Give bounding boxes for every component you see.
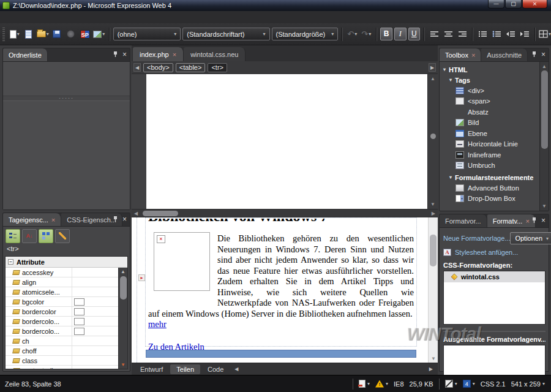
bullet-list-button[interactable] [490,28,503,41]
scrollbar-thumb[interactable] [120,276,127,300]
preview-button[interactable]: ▾ [93,28,105,41]
view-scroll-left[interactable]: ◀ [231,366,242,372]
table-button[interactable]: ▾ [539,28,551,41]
close-icon[interactable]: × [471,52,475,58]
tab-ausschnitte[interactable]: Ausschnitte [481,48,528,61]
align-left-button[interactable] [428,28,440,41]
align-right-button[interactable] [456,28,468,41]
folder-list-body[interactable]: ····· [3,62,130,209]
tab-formatvorlagen-anwenden[interactable]: Formatv...× [487,214,536,227]
attribute-row[interactable]: bgcolor [6,297,127,307]
menu-item[interactable] [91,15,100,19]
tab-index-php[interactable]: index.php× [133,47,184,61]
breadcrumb-tr[interactable]: <tr> [208,63,227,72]
visual-aids-button[interactable]: ▾ [445,380,457,388]
open-document-button[interactable] [23,28,35,41]
italic-button[interactable]: I [394,28,407,40]
new-style-link[interactable]: Neue Formatvorlage... [443,235,510,242]
code-vertical-scrollbar[interactable]: ▲ ▼ [427,74,438,209]
code-horizontal-scrollbar[interactable]: ◀ ▶ [132,209,438,217]
pin-icon[interactable] [531,217,537,224]
attribute-row[interactable]: ch [6,336,127,346]
attribute-value-cell[interactable] [74,328,84,335]
broken-image-placeholder[interactable]: × [154,232,210,291]
tab-toolbox[interactable]: Toolbox× [440,48,481,61]
categorized-view-button[interactable] [6,229,20,243]
breadcrumb-table[interactable]: <table> [176,63,206,72]
attribute-row[interactable]: bordercolo... [6,326,127,336]
pin-icon[interactable] [113,216,118,222]
menu-item[interactable] [71,15,81,19]
minimize-button[interactable]: — [488,0,504,9]
code-editor[interactable] [146,74,427,209]
options-button[interactable]: Optionen▾ [510,232,551,244]
tab-teilen[interactable]: Teilen [170,364,200,374]
toolbox-item[interactable]: <span> [455,96,539,107]
toolbox-item[interactable]: Horizontale Linie [455,139,539,150]
numbered-list-button[interactable] [476,28,489,41]
page-heading[interactable]: Bibliotheken von Windows 7 [148,219,414,227]
attribute-scrollbar[interactable]: ▲ ▼ [118,268,127,369]
page-status-button[interactable]: ▾ [359,380,370,388]
close-icon[interactable]: × [51,217,55,223]
menu-item[interactable] [110,15,120,19]
toolbox-item[interactable]: Bild [455,118,539,129]
scrollbar-thumb[interactable] [430,134,436,139]
tab-code[interactable]: Code [201,364,230,374]
toolbox-item[interactable]: Inlineframe [455,149,539,160]
menu-item[interactable] [42,15,51,19]
attribute-row[interactable]: class [6,356,127,366]
toolbox-group-html[interactable]: ▾ HTML [443,64,539,75]
attribute-section-header[interactable]: − Attribute [6,257,127,268]
attribute-value-cell[interactable] [74,308,84,315]
new-document-button[interactable]: ▾ [9,28,21,41]
scrollbar-thumb[interactable] [143,211,178,216]
view-scroll-right[interactable]: ▶ [425,366,438,372]
pin-icon[interactable] [531,51,537,58]
page-dimensions-button[interactable]: 541 x 259▾ [511,380,545,388]
pin-icon[interactable] [113,51,118,58]
attribute-row[interactable]: choff [6,346,127,356]
undo-button[interactable]: ↶▾ [346,28,358,41]
attribute-row[interactable]: contentedi... [6,366,127,369]
menu-item[interactable] [100,15,110,19]
attribute-value-cell[interactable] [74,298,84,306]
attribute-row[interactable]: align [6,277,127,287]
tab-wintotal-css-neu[interactable]: wintotal.css.neu [184,47,246,61]
toolbox-scrollbar[interactable]: ▲ ▼ [539,62,549,211]
menu-item[interactable] [81,15,91,19]
attribute-row[interactable]: bordercolo... [6,317,127,326]
close-button[interactable]: × [522,0,547,9]
style-dropdown[interactable]: (ohne)▾ [113,28,181,40]
close-icon[interactable]: × [525,218,529,224]
breadcrumb-scroll-right[interactable]: ▶ [429,63,436,72]
toolbox-item[interactable]: Ebene [455,128,539,139]
align-center-button[interactable] [442,28,454,41]
tab-tag-eigenschaften[interactable]: Tageigensc...× [3,213,61,226]
menu-item[interactable] [12,15,22,19]
breadcrumb-scroll-left[interactable]: ◀ [133,63,141,72]
sort-alphabetical-button[interactable]: A↓ [22,229,37,243]
toolbox-group-header[interactable]: ▾ Formularsteuerelemente [443,172,539,183]
menu-item[interactable] [22,15,32,19]
scrollbar-thumb[interactable] [541,70,548,149]
attach-stylesheet-link[interactable]: Stylesheet anfügen... [455,249,518,256]
open-folder-button[interactable]: ▾ [37,28,49,41]
close-icon[interactable]: × [541,217,545,224]
font-dropdown[interactable]: (Standardschriftart)▾ [182,28,269,40]
increase-indent-button[interactable] [519,28,531,41]
collapse-icon[interactable]: − [8,259,13,265]
maximize-button[interactable]: ▢ [505,0,522,9]
close-icon[interactable]: × [122,216,127,222]
menu-item[interactable] [32,15,42,19]
attribute-row[interactable]: accesskey [6,268,127,277]
scrollbar-thumb[interactable] [430,235,437,266]
attribute-row[interactable]: bordercolor [6,307,127,317]
toolbox-group-header[interactable]: ▾ Tags [443,75,539,85]
sharepoint-button[interactable]: SP [79,28,91,41]
toolbox-item[interactable]: Drop-Down Box [455,194,539,205]
attribute-row[interactable]: atomicsele... [6,287,127,297]
redo-button[interactable]: ↷▾ [360,28,372,41]
tab-ordnerliste[interactable]: Ordnerliste [3,48,48,61]
toolbox-item[interactable]: Umbruch [455,160,539,172]
